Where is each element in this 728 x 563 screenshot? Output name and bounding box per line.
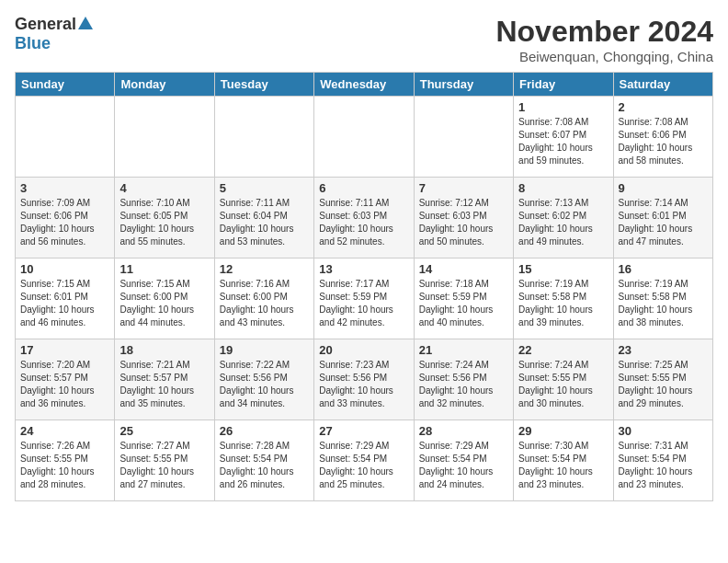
day-number: 16 <box>619 262 708 276</box>
day-number: 5 <box>220 181 309 195</box>
day-info: Sunrise: 7:11 AM Sunset: 6:03 PM Dayligh… <box>319 197 408 248</box>
day-number: 29 <box>518 424 608 438</box>
week-row-5: 24Sunrise: 7:26 AM Sunset: 5:55 PM Dayli… <box>16 420 713 501</box>
calendar-cell: 3Sunrise: 7:09 AM Sunset: 6:06 PM Daylig… <box>16 178 115 259</box>
day-info: Sunrise: 7:08 AM Sunset: 6:06 PM Dayligh… <box>619 116 708 167</box>
calendar-cell: 5Sunrise: 7:11 AM Sunset: 6:04 PM Daylig… <box>214 178 313 259</box>
calendar-cell <box>414 97 513 178</box>
calendar-cell: 23Sunrise: 7:25 AM Sunset: 5:55 PM Dayli… <box>613 339 712 420</box>
day-number: 19 <box>220 343 309 357</box>
day-info: Sunrise: 7:19 AM Sunset: 5:58 PM Dayligh… <box>619 278 708 329</box>
day-number: 4 <box>119 181 209 195</box>
day-info: Sunrise: 7:24 AM Sunset: 5:55 PM Dayligh… <box>518 359 608 410</box>
day-info: Sunrise: 7:23 AM Sunset: 5:56 PM Dayligh… <box>319 359 408 410</box>
day-number: 30 <box>619 424 708 438</box>
calendar-cell: 14Sunrise: 7:18 AM Sunset: 5:59 PM Dayli… <box>414 259 513 339</box>
day-info: Sunrise: 7:13 AM Sunset: 6:02 PM Dayligh… <box>518 197 608 248</box>
weekday-header-friday: Friday <box>514 73 613 97</box>
day-info: Sunrise: 7:29 AM Sunset: 5:54 PM Dayligh… <box>319 440 408 491</box>
day-number: 18 <box>119 343 209 357</box>
calendar-cell: 19Sunrise: 7:22 AM Sunset: 5:56 PM Dayli… <box>214 339 313 420</box>
day-info: Sunrise: 7:21 AM Sunset: 5:57 PM Dayligh… <box>119 359 209 410</box>
day-number: 17 <box>20 343 109 357</box>
calendar-cell: 16Sunrise: 7:19 AM Sunset: 5:58 PM Dayli… <box>613 259 712 339</box>
calendar-cell: 15Sunrise: 7:19 AM Sunset: 5:58 PM Dayli… <box>514 259 613 339</box>
calendar-cell: 11Sunrise: 7:15 AM Sunset: 6:00 PM Dayli… <box>115 259 214 339</box>
calendar-cell: 30Sunrise: 7:31 AM Sunset: 5:54 PM Dayli… <box>613 420 712 501</box>
calendar-cell: 1Sunrise: 7:08 AM Sunset: 6:07 PM Daylig… <box>514 97 613 178</box>
day-info: Sunrise: 7:16 AM Sunset: 6:00 PM Dayligh… <box>220 278 309 329</box>
week-row-2: 3Sunrise: 7:09 AM Sunset: 6:06 PM Daylig… <box>16 178 713 259</box>
day-number: 7 <box>419 181 508 195</box>
calendar-cell: 9Sunrise: 7:14 AM Sunset: 6:01 PM Daylig… <box>613 178 712 259</box>
day-info: Sunrise: 7:24 AM Sunset: 5:56 PM Dayligh… <box>419 359 508 410</box>
day-info: Sunrise: 7:25 AM Sunset: 5:55 PM Dayligh… <box>619 359 708 410</box>
weekday-header-row: SundayMondayTuesdayWednesdayThursdayFrid… <box>16 73 713 97</box>
day-info: Sunrise: 7:14 AM Sunset: 6:01 PM Dayligh… <box>619 197 708 248</box>
calendar-cell: 18Sunrise: 7:21 AM Sunset: 5:57 PM Dayli… <box>115 339 214 420</box>
logo-general: General <box>15 15 76 34</box>
day-number: 13 <box>319 262 408 276</box>
calendar-cell <box>115 97 214 178</box>
day-number: 23 <box>619 343 708 357</box>
day-number: 3 <box>20 181 109 195</box>
day-info: Sunrise: 7:29 AM Sunset: 5:54 PM Dayligh… <box>419 440 508 491</box>
svg-marker-0 <box>78 17 93 29</box>
calendar-cell: 2Sunrise: 7:08 AM Sunset: 6:06 PM Daylig… <box>613 97 712 178</box>
calendar-cell: 22Sunrise: 7:24 AM Sunset: 5:55 PM Dayli… <box>514 339 613 420</box>
weekday-header-tuesday: Tuesday <box>214 73 313 97</box>
day-number: 1 <box>518 100 608 114</box>
calendar-cell: 13Sunrise: 7:17 AM Sunset: 5:59 PM Dayli… <box>314 259 414 339</box>
day-info: Sunrise: 7:12 AM Sunset: 6:03 PM Dayligh… <box>419 197 508 248</box>
weekday-header-monday: Monday <box>115 73 214 97</box>
day-info: Sunrise: 7:18 AM Sunset: 5:59 PM Dayligh… <box>419 278 508 329</box>
day-info: Sunrise: 7:08 AM Sunset: 6:07 PM Dayligh… <box>518 116 608 167</box>
calendar-cell <box>16 97 115 178</box>
calendar-cell: 21Sunrise: 7:24 AM Sunset: 5:56 PM Dayli… <box>414 339 513 420</box>
calendar-cell: 6Sunrise: 7:11 AM Sunset: 6:03 PM Daylig… <box>314 178 414 259</box>
day-number: 24 <box>20 424 109 438</box>
calendar-cell <box>314 97 414 178</box>
day-number: 9 <box>619 181 708 195</box>
calendar-table: SundayMondayTuesdayWednesdayThursdayFrid… <box>15 72 713 501</box>
day-info: Sunrise: 7:31 AM Sunset: 5:54 PM Dayligh… <box>619 440 708 491</box>
day-info: Sunrise: 7:22 AM Sunset: 5:56 PM Dayligh… <box>220 359 309 410</box>
day-number: 2 <box>619 100 708 114</box>
week-row-4: 17Sunrise: 7:20 AM Sunset: 5:57 PM Dayli… <box>16 339 713 420</box>
calendar-cell: 27Sunrise: 7:29 AM Sunset: 5:54 PM Dayli… <box>314 420 414 501</box>
calendar-cell: 20Sunrise: 7:23 AM Sunset: 5:56 PM Dayli… <box>314 339 414 420</box>
logo-blue: Blue <box>15 34 51 52</box>
day-number: 14 <box>419 262 508 276</box>
day-info: Sunrise: 7:10 AM Sunset: 6:05 PM Dayligh… <box>119 197 209 248</box>
day-number: 6 <box>319 181 408 195</box>
calendar-cell: 24Sunrise: 7:26 AM Sunset: 5:55 PM Dayli… <box>16 420 115 501</box>
day-number: 22 <box>518 343 608 357</box>
day-info: Sunrise: 7:15 AM Sunset: 6:00 PM Dayligh… <box>119 278 209 329</box>
week-row-1: 1Sunrise: 7:08 AM Sunset: 6:07 PM Daylig… <box>16 97 713 178</box>
day-number: 12 <box>220 262 309 276</box>
day-number: 28 <box>419 424 508 438</box>
calendar-cell: 8Sunrise: 7:13 AM Sunset: 6:02 PM Daylig… <box>514 178 613 259</box>
title-block: November 2024 Beiwenquan, Chongqing, Chi… <box>495 15 713 64</box>
day-info: Sunrise: 7:11 AM Sunset: 6:04 PM Dayligh… <box>220 197 309 248</box>
day-number: 26 <box>220 424 309 438</box>
day-info: Sunrise: 7:27 AM Sunset: 5:55 PM Dayligh… <box>119 440 209 491</box>
day-info: Sunrise: 7:28 AM Sunset: 5:54 PM Dayligh… <box>220 440 309 491</box>
calendar-cell: 7Sunrise: 7:12 AM Sunset: 6:03 PM Daylig… <box>414 178 513 259</box>
day-number: 25 <box>119 424 209 438</box>
day-info: Sunrise: 7:15 AM Sunset: 6:01 PM Dayligh… <box>20 278 109 329</box>
day-number: 15 <box>518 262 608 276</box>
week-row-3: 10Sunrise: 7:15 AM Sunset: 6:01 PM Dayli… <box>16 259 713 339</box>
day-info: Sunrise: 7:19 AM Sunset: 5:58 PM Dayligh… <box>518 278 608 329</box>
day-info: Sunrise: 7:30 AM Sunset: 5:54 PM Dayligh… <box>518 440 608 491</box>
day-number: 21 <box>419 343 508 357</box>
weekday-header-sunday: Sunday <box>16 73 115 97</box>
weekday-header-wednesday: Wednesday <box>314 73 414 97</box>
calendar-cell: 26Sunrise: 7:28 AM Sunset: 5:54 PM Dayli… <box>214 420 313 501</box>
day-info: Sunrise: 7:09 AM Sunset: 6:06 PM Dayligh… <box>20 197 109 248</box>
weekday-header-saturday: Saturday <box>613 73 712 97</box>
day-number: 8 <box>518 181 608 195</box>
logo: General Blue <box>15 15 95 53</box>
weekday-header-thursday: Thursday <box>414 73 513 97</box>
day-number: 10 <box>20 262 109 276</box>
